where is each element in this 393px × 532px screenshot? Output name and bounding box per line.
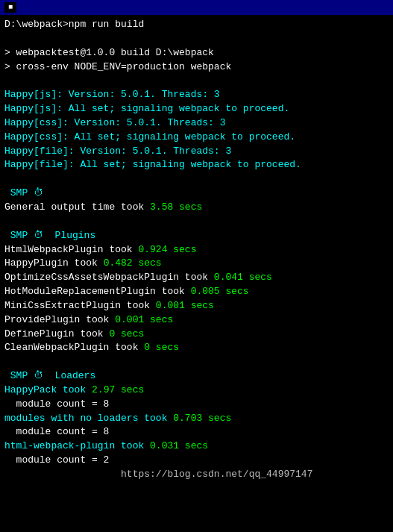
empty-line (4, 172, 389, 187)
terminal-line: HotModuleReplacementPlugin took 0.005 se… (4, 285, 389, 299)
terminal-line: Happy[js]: All set; signaling webpack to… (4, 102, 389, 116)
terminal-line: module count = 2 (4, 454, 389, 468)
terminal-line: Happy[css]: Version: 5.0.1. Threads: 3 (4, 116, 389, 131)
terminal-line: CleanWebpackPlugin took 0 secs (4, 341, 389, 355)
terminal-line: OptimizeCssAssetsWebpackPlugin took 0.04… (4, 271, 389, 285)
terminal-line: HappyPlugin took 0.482 secs (4, 257, 389, 271)
terminal-line: HappyPack took 2.97 secs (4, 384, 389, 398)
terminal-line: module count = 8 (4, 425, 389, 439)
terminal-line: MiniCssExtractPlugin took 0.001 secs (4, 299, 389, 313)
title-bar: ■ (0, 0, 393, 15)
terminal-line: module count = 8 (4, 398, 389, 412)
terminal-line: html-webpack-plugin took 0.031 secs (4, 439, 389, 454)
empty-line (4, 32, 389, 46)
terminal-body: D:\webpack>npm run build> webpacktest@1.… (0, 15, 393, 485)
cmd-icon: ■ (4, 2, 16, 13)
terminal-line: > webpacktest@1.0.0 build D:\webpack (4, 46, 389, 60)
terminal-line: HtmlWebpackPlugin took 0.924 secs (4, 243, 389, 257)
terminal-line: > cross-env NODE_ENV=production webpack (4, 60, 389, 75)
terminal-line: Happy[file]: Version: 5.0.1. Threads: 3 (4, 145, 389, 159)
empty-line (4, 215, 389, 229)
terminal-line: SMP ⏱ Loaders (4, 369, 389, 384)
empty-line (4, 74, 389, 88)
terminal-line: SMP ⏱ (4, 187, 389, 201)
terminal-line: modules with no loaders took 0.703 secs (4, 412, 389, 426)
empty-line (4, 355, 389, 369)
terminal-line: Happy[js]: Version: 5.0.1. Threads: 3 (4, 88, 389, 102)
terminal-line: https://blog.csdn.net/qq_44997147 (4, 468, 389, 482)
terminal-line: General output time took 3.58 secs (4, 201, 389, 215)
terminal-line: SMP ⏱ Plugins (4, 229, 389, 243)
terminal-line: DefinePlugin took 0 secs (4, 328, 389, 342)
terminal-line: D:\webpack>npm run build (4, 18, 389, 32)
terminal-line: Happy[file]: All set; signaling webpack … (4, 158, 389, 172)
terminal-line: ProvidePlugin took 0.001 secs (4, 313, 389, 328)
terminal-line: Happy[css]: All set; signaling webpack t… (4, 131, 389, 145)
